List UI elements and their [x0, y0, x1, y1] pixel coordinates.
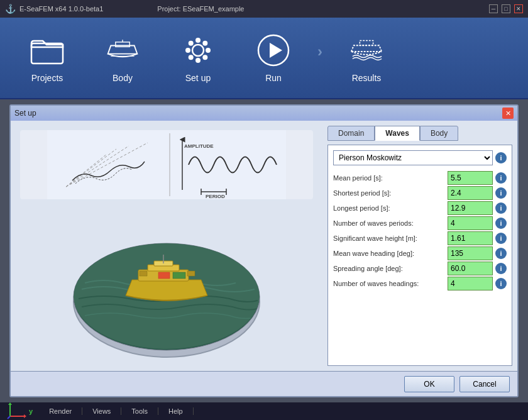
svg-text:PERIOD: PERIOD	[206, 194, 225, 199]
info-btn-longest-period[interactable]: i	[495, 202, 507, 214]
svg-text:AMPLITUDE: AMPLITUDE	[184, 143, 214, 149]
app-logo-icon: ⚓	[5, 4, 16, 14]
window-close-button[interactable]: ✕	[514, 4, 523, 13]
svg-point-9	[189, 41, 194, 46]
input-num-headings[interactable]	[448, 277, 493, 290]
input-mean-period[interactable]	[448, 171, 493, 185]
svg-point-7	[185, 48, 190, 53]
waves-panel-content: Pierson Moskowitz JONSWAP Custom i Mean …	[327, 145, 512, 366]
xyz-indicator: y	[6, 402, 33, 420]
svg-rect-38	[140, 271, 147, 276]
main-area: Set up ✕	[0, 99, 528, 402]
wave-diagram: HEADING AMPLITUDE	[20, 130, 313, 199]
cancel-button[interactable]: Cancel	[459, 376, 510, 392]
field-row-shortest-period: Shortest period [s]:i	[333, 185, 507, 201]
main-toolbar: Projects Body	[0, 18, 528, 99]
svg-point-4	[192, 45, 204, 56]
svg-point-6	[195, 58, 201, 63]
input-shortest-period[interactable]	[448, 186, 493, 200]
dialog-footer: OK Cancel	[11, 371, 517, 396]
dialog-title: Set up	[14, 109, 36, 118]
field-row-mean-heading: Mean wave heading [deg]:i	[333, 246, 507, 261]
label-shortest-period: Shortest period [s]:	[333, 189, 445, 197]
ship-panel: HEADING AMPLITUDE	[11, 121, 322, 371]
svg-rect-16	[47, 130, 286, 199]
field-row-num-periods: Number of waves periods:i	[333, 216, 507, 231]
projects-label: Projects	[31, 73, 63, 83]
toolbar-chevron: ›	[314, 43, 326, 60]
info-btn-sig-wave-height[interactable]: i	[495, 233, 507, 244]
field-row-spreading-angle: Spreading angle [deg]:i	[333, 261, 507, 276]
input-spreading-angle[interactable]	[448, 262, 493, 275]
info-btn-mean-period[interactable]: i	[495, 172, 507, 184]
svg-point-11	[189, 55, 194, 60]
svg-line-46	[8, 416, 10, 419]
label-mean-period: Mean period [s]:	[333, 174, 445, 182]
tab-body[interactable]: Body	[420, 126, 458, 141]
toolbar-item-body[interactable]: Body	[88, 26, 157, 89]
y-label: y	[29, 407, 33, 415]
toolbar-item-run[interactable]: Run	[239, 26, 308, 89]
svg-rect-39	[187, 271, 195, 276]
label-sig-wave-height: Significant wave height [m]:	[333, 235, 445, 242]
status-help[interactable]: Help	[158, 407, 194, 415]
spectrum-select[interactable]: Pierson Moskowitz JONSWAP Custom	[333, 150, 493, 165]
status-tools[interactable]: Tools	[121, 407, 158, 415]
info-btn-num-periods[interactable]: i	[495, 218, 507, 229]
ship-wave-icon	[349, 33, 384, 68]
info-btn-spreading-angle[interactable]: i	[495, 263, 507, 274]
info-btn-shortest-period[interactable]: i	[495, 187, 507, 199]
spectrum-info-button[interactable]: i	[495, 152, 507, 163]
svg-marker-45	[8, 402, 12, 405]
field-row-mean-period: Mean period [s]:i	[333, 170, 507, 185]
info-btn-num-headings[interactable]: i	[495, 278, 507, 289]
body-label: Body	[113, 73, 133, 83]
label-num-periods: Number of waves periods:	[333, 219, 445, 227]
dialog-close-button[interactable]: ✕	[502, 108, 514, 119]
input-num-periods[interactable]	[448, 216, 493, 230]
dialog-title-bar: Set up ✕	[11, 106, 517, 121]
wave-fields: Mean period [s]:iShortest period [s]:iLo…	[333, 170, 507, 291]
field-row-sig-wave-height: Significant wave height [m]:i	[333, 231, 507, 246]
label-longest-period: Longest period [s]:	[333, 204, 445, 212]
status-render[interactable]: Render	[39, 407, 82, 415]
tab-waves[interactable]: Waves	[375, 126, 420, 141]
status-views[interactable]: Views	[82, 407, 121, 415]
svg-point-10	[202, 55, 207, 60]
minimize-button[interactable]: ─	[489, 4, 498, 13]
ship-scene	[23, 233, 310, 358]
svg-point-5	[195, 38, 201, 43]
info-btn-mean-heading[interactable]: i	[495, 248, 507, 259]
gear-icon	[180, 33, 216, 68]
folder-icon	[30, 33, 65, 68]
status-bar: y Render Views Tools Help	[0, 402, 528, 420]
right-panel: Domain Waves Body Pierson Moskowitz JONS…	[322, 121, 517, 371]
svg-point-8	[206, 48, 211, 53]
label-spreading-angle: Spreading angle [deg]:	[333, 265, 445, 272]
project-title: Project: ESeaFEM_example	[157, 5, 244, 13]
toolbar-item-setup[interactable]: Set up	[163, 26, 233, 89]
svg-rect-40	[173, 272, 185, 279]
tabs-container: Domain Waves Body	[327, 126, 512, 141]
input-mean-heading[interactable]	[448, 246, 493, 260]
ship-illustration: HEADING AMPLITUDE	[17, 127, 316, 365]
results-label: Results	[352, 73, 382, 83]
label-num-headings: Number of waves headings:	[333, 280, 445, 287]
svg-rect-41	[158, 272, 170, 279]
label-mean-heading: Mean wave heading [deg]:	[333, 250, 445, 257]
title-bar: ⚓ E-SeaFEM x64 1.0.0-beta1 Project: ESea…	[0, 0, 528, 18]
input-sig-wave-height[interactable]	[448, 231, 493, 245]
maximize-button[interactable]: □	[502, 4, 510, 13]
spectrum-row: Pierson Moskowitz JONSWAP Custom i	[333, 150, 507, 165]
toolbar-item-results[interactable]: Results	[332, 26, 401, 89]
svg-rect-15	[360, 41, 373, 46]
field-row-num-headings: Number of waves headings:i	[333, 276, 507, 291]
input-longest-period[interactable]	[448, 201, 493, 215]
dialog-body: HEADING AMPLITUDE	[11, 121, 517, 371]
svg-point-12	[202, 41, 207, 46]
ok-button[interactable]: OK	[404, 376, 454, 392]
app-name: E-SeaFEM x64 1.0.0-beta1	[19, 5, 103, 13]
tab-domain[interactable]: Domain	[327, 126, 375, 141]
ship-side-icon	[105, 33, 140, 68]
toolbar-item-projects[interactable]: Projects	[13, 26, 82, 89]
